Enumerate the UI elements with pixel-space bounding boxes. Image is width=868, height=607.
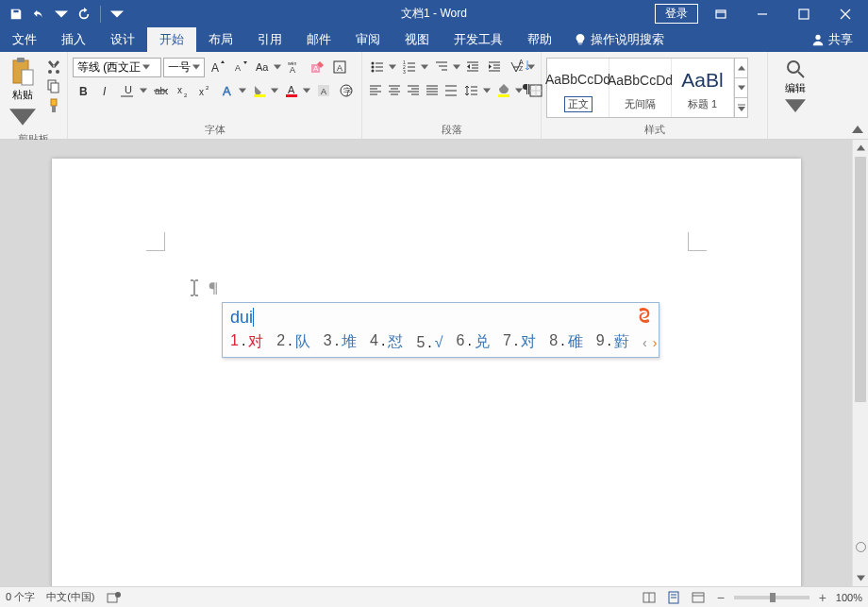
login-button[interactable]: 登录 xyxy=(655,4,698,24)
word-count[interactable]: 0 个字 xyxy=(6,590,35,604)
undo-dropdown[interactable] xyxy=(51,4,72,25)
zoom-in-button[interactable]: + xyxy=(815,590,830,605)
ime-candidate-2[interactable]: 2.队 xyxy=(276,332,309,352)
chevron-down-icon[interactable] xyxy=(420,57,429,77)
multilevel-list-button[interactable] xyxy=(431,57,452,77)
font-color-button[interactable]: A xyxy=(281,80,302,101)
chevron-down-icon[interactable] xyxy=(139,80,148,101)
find-button[interactable]: 编辑 xyxy=(778,59,812,116)
undo-button[interactable] xyxy=(28,4,49,25)
tab-developer[interactable]: 开发工具 xyxy=(442,27,515,52)
language-status[interactable]: 中文(中国) xyxy=(46,590,94,604)
clear-formatting-button[interactable]: A xyxy=(307,57,327,77)
ime-candidate-9[interactable]: 9.薱 xyxy=(596,332,629,352)
tab-help[interactable]: 帮助 xyxy=(515,27,564,52)
line-spacing-button[interactable] xyxy=(461,80,482,101)
text-effects-button[interactable]: A xyxy=(217,80,238,101)
gallery-up-button[interactable] xyxy=(735,59,747,78)
italic-button[interactable]: I xyxy=(95,80,116,101)
maximize-button[interactable] xyxy=(785,2,823,26)
numbering-button[interactable]: 123 xyxy=(399,57,420,77)
ribbon-display-button[interactable] xyxy=(702,2,740,26)
scroll-thumb[interactable] xyxy=(855,157,866,402)
ime-candidate-4[interactable]: 4.怼 xyxy=(370,332,403,352)
chevron-down-icon[interactable] xyxy=(482,80,492,101)
chevron-down-icon[interactable] xyxy=(270,80,279,101)
zoom-out-button[interactable]: − xyxy=(713,590,728,605)
collapse-ribbon-button[interactable] xyxy=(850,122,865,137)
tab-view[interactable]: 视图 xyxy=(392,27,442,52)
phonetic-guide-button[interactable]: wénA xyxy=(284,57,305,77)
style-no-spacing[interactable]: AaBbCcDd 无间隔 xyxy=(609,59,672,117)
character-border-button[interactable]: A xyxy=(329,57,350,77)
chevron-down-icon[interactable] xyxy=(388,57,397,77)
paste-button[interactable]: 粘贴 xyxy=(5,55,41,132)
chevron-down-icon[interactable] xyxy=(452,57,461,77)
ime-next-page[interactable]: › xyxy=(653,335,658,350)
tab-references[interactable]: 引用 xyxy=(245,27,294,52)
redo-button[interactable] xyxy=(74,4,94,25)
sort-button[interactable]: AZ xyxy=(514,55,535,76)
shrink-font-button[interactable]: A xyxy=(229,57,250,77)
zoom-track[interactable] xyxy=(734,596,810,599)
tab-layout[interactable]: 布局 xyxy=(196,27,245,52)
ime-candidate-1[interactable]: 1.对 xyxy=(230,332,263,352)
chevron-down-icon[interactable] xyxy=(238,80,247,101)
scroll-up-button[interactable] xyxy=(853,140,868,156)
decrease-indent-button[interactable] xyxy=(463,57,483,77)
tab-insert[interactable]: 插入 xyxy=(49,27,98,52)
zoom-thumb[interactable] xyxy=(770,593,776,602)
gallery-down-button[interactable] xyxy=(735,78,747,98)
ime-candidate-8[interactable]: 8.碓 xyxy=(549,332,582,352)
share-button[interactable]: 共享 xyxy=(796,27,868,52)
web-layout-button[interactable] xyxy=(689,589,708,606)
style-heading-1[interactable]: AaBl 标题 1 xyxy=(672,59,734,117)
qat-customize[interactable] xyxy=(107,4,127,25)
tab-design[interactable]: 设计 xyxy=(98,27,147,52)
character-shading-button[interactable]: A xyxy=(313,80,334,101)
change-case-button[interactable]: Aa xyxy=(252,57,273,77)
minimize-button[interactable] xyxy=(743,2,781,26)
format-painter-button[interactable] xyxy=(44,96,63,115)
ime-candidate-5[interactable]: 5.√ xyxy=(416,334,442,351)
tell-me-search[interactable]: 操作说明搜索 xyxy=(564,27,674,52)
subscript-button[interactable]: x2 xyxy=(173,80,193,101)
superscript-button[interactable]: x2 xyxy=(194,80,215,101)
bullets-button[interactable] xyxy=(367,57,388,77)
chevron-down-icon[interactable] xyxy=(273,57,282,77)
ime-candidate-7[interactable]: 7.对 xyxy=(503,332,536,352)
tab-review[interactable]: 审阅 xyxy=(343,27,392,52)
object-browse-button[interactable] xyxy=(856,542,866,552)
highlight-button[interactable] xyxy=(249,80,270,101)
shading-button[interactable] xyxy=(493,80,514,101)
underline-button[interactable]: U xyxy=(118,80,139,101)
justify-button[interactable] xyxy=(424,80,441,101)
ime-prev-page[interactable]: ‹ xyxy=(643,335,647,350)
tab-mailings[interactable]: 邮件 xyxy=(294,27,343,52)
cut-button[interactable] xyxy=(44,57,63,76)
copy-button[interactable] xyxy=(44,76,63,95)
ime-candidate-3[interactable]: 3.堆 xyxy=(324,332,357,352)
grow-font-button[interactable]: A xyxy=(207,57,227,77)
close-button[interactable] xyxy=(826,2,864,26)
document-scroll[interactable] xyxy=(0,140,852,586)
read-mode-button[interactable] xyxy=(640,589,659,606)
ime-candidate-6[interactable]: 6.兑 xyxy=(457,332,490,352)
increase-indent-button[interactable] xyxy=(485,57,505,77)
page[interactable] xyxy=(52,159,801,586)
style-normal[interactable]: AaBbCcDd 正文 xyxy=(547,59,609,117)
align-left-button[interactable] xyxy=(367,80,384,101)
bold-button[interactable]: B xyxy=(73,80,93,101)
font-size-combo[interactable]: 一号 xyxy=(163,58,205,77)
save-button[interactable] xyxy=(6,4,26,25)
enclose-character-button[interactable]: 字 xyxy=(336,80,357,101)
distribute-button[interactable] xyxy=(442,80,459,101)
font-name-combo[interactable]: 等线 (西文正 xyxy=(73,58,161,77)
print-layout-button[interactable] xyxy=(664,589,683,606)
macro-record-button[interactable] xyxy=(107,591,122,604)
scroll-down-button[interactable] xyxy=(853,570,868,586)
gallery-more-button[interactable] xyxy=(735,98,747,117)
align-center-button[interactable] xyxy=(386,80,403,101)
chevron-down-icon[interactable] xyxy=(302,80,311,101)
show-hide-button[interactable] xyxy=(514,78,535,99)
